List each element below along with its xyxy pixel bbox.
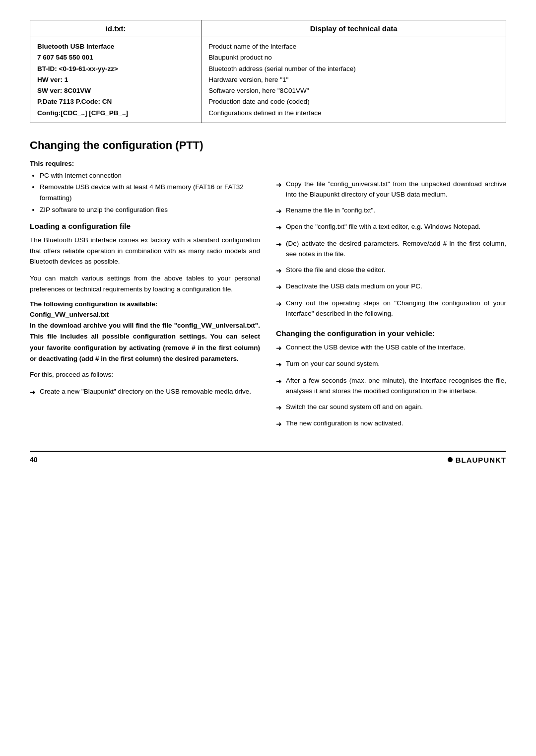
arrow-icon-3: ➜ — [276, 222, 282, 233]
vehicle-arrow-text-0: Connect the USB device with the USB cabl… — [286, 342, 506, 353]
vehicle-arrow-text-4: The new configuration is now activated. — [286, 418, 506, 429]
arrow-text-4: (De) activate the desired parameters. Re… — [286, 238, 506, 260]
arrow-item-7: ➜ Carry out the operating steps on "Chan… — [276, 298, 506, 319]
following-config-label: The following configuration is available… — [30, 300, 260, 308]
display-line-7: Configurations defined in the interface — [208, 109, 321, 117]
arrow-text-2: Rename the file in "config.txt". — [286, 205, 506, 216]
page-number: 40 — [30, 456, 38, 464]
display-line-6: Production date and code (coded) — [208, 98, 309, 105]
table-row: Bluetooth USB Interface 7 607 545 550 00… — [30, 37, 506, 123]
arrow-text-7: Carry out the operating steps on "Changi… — [286, 298, 506, 319]
arrow-item-4: ➜ (De) activate the desired parameters. … — [276, 238, 506, 260]
arrow-text-5: Store the file and close the editor. — [286, 265, 506, 275]
tech-data-table: id.txt: Display of technical data Blueto… — [30, 20, 506, 123]
main-content: Changing the configuration (PTT) This re… — [30, 139, 506, 435]
arrow-icon-5: ➜ — [276, 265, 282, 276]
req-item-3: ZIP software to unzip the configuration … — [40, 205, 260, 215]
display-line-5: Software version, here "8C01VW" — [208, 87, 309, 94]
vehicle-arrow-icon-1: ➜ — [276, 359, 282, 370]
vehicle-arrow-3: ➜ Switch the car sound system off and on… — [276, 402, 506, 413]
id-line-6: P.Date 7113 P.Code: CN — [37, 98, 112, 105]
loading-para2: You can match various settings from the … — [30, 273, 260, 294]
id-line-4: HW ver: 1 — [37, 76, 68, 83]
display-line-3: Bluetooth address (serial number of the … — [208, 65, 355, 72]
vehicle-arrow-icon-2: ➜ — [276, 376, 282, 387]
vehicle-arrow-text-2: After a few seconds (max. one minute), t… — [286, 375, 506, 397]
req-item-2: Removable USB device with at least 4 MB … — [40, 182, 260, 203]
brand-dot — [448, 457, 453, 462]
config-filename-label: Config_VW_universal.txt — [30, 311, 260, 318]
arrow-icon-4: ➜ — [276, 239, 282, 250]
id-line-7: Config:[CDC_..] [CFG_PB_..] — [37, 109, 128, 117]
vehicle-arrow-icon-3: ➜ — [276, 402, 282, 413]
display-line-2: Blaupunkt product no — [208, 54, 272, 61]
arrow-item-1: ➜ Copy the file "config_universal.txt" f… — [276, 179, 506, 200]
brand-name: BLAUPUNKT — [456, 456, 506, 464]
table-col1-header: id.txt: — [30, 20, 201, 37]
arrow-item-0: ➜ Create a new "Blaupunkt" directory on … — [30, 386, 260, 398]
arrow-item-2: ➜ Rename the file in "config.txt". — [276, 205, 506, 216]
this-requires-label: This requires: — [30, 160, 260, 167]
vehicle-title: Changing the configuration in your vehic… — [276, 329, 506, 338]
right-column: ➜ Copy the file "config_universal.txt" f… — [276, 139, 506, 435]
table-id-cell: Bluetooth USB Interface 7 607 545 550 00… — [30, 37, 201, 123]
vehicle-arrow-4: ➜ The new configuration is now activated… — [276, 418, 506, 429]
req-item-1: PC with Internet connection — [40, 170, 260, 181]
vehicle-arrow-0: ➜ Connect the USB device with the USB ca… — [276, 342, 506, 353]
vehicle-arrow-text-3: Switch the car sound system off and on a… — [286, 402, 506, 412]
arrow-text-3: Open the "config.txt" file with a text e… — [286, 221, 506, 232]
section-title: Changing the configuration (PTT) — [30, 139, 260, 152]
vehicle-arrow-icon-4: ➜ — [276, 418, 282, 429]
brand-logo: BLAUPUNKT — [448, 456, 506, 464]
id-line-3: BT-ID: <0-19-61-xx-yy-zz> — [37, 65, 118, 72]
id-line-2: 7 607 545 550 001 — [37, 54, 93, 61]
requirements-list: PC with Internet connection Removable US… — [30, 170, 260, 215]
arrow-text-6: Deactivate the USB data medium on your P… — [286, 281, 506, 292]
vehicle-arrow-text-1: Turn on your car sound system. — [286, 358, 506, 369]
display-line-4: Hardware version, here "1" — [208, 76, 288, 83]
table-display-cell: Product name of the interface Blaupunkt … — [201, 37, 506, 123]
arrow-item-6: ➜ Deactivate the USB data medium on your… — [276, 281, 506, 292]
arrow-text-1: Copy the file "config_universal.txt" fro… — [286, 179, 506, 200]
arrow-icon-2: ➜ — [276, 206, 282, 216]
arrow-text-0: Create a new "Blaupunkt" directory on th… — [40, 386, 260, 397]
proceed-label: For this, proceed as follows: — [30, 369, 260, 380]
left-column: Changing the configuration (PTT) This re… — [30, 139, 260, 435]
arrow-icon-1: ➜ — [276, 179, 282, 190]
bold-block: In the download archive you will find th… — [30, 320, 260, 364]
arrow-icon-7: ➜ — [276, 298, 282, 309]
vehicle-arrow-icon-0: ➜ — [276, 343, 282, 353]
id-line-1: Bluetooth USB Interface — [37, 43, 114, 50]
display-line-1: Product name of the interface — [208, 43, 296, 50]
table-col2-header: Display of technical data — [201, 20, 506, 37]
loading-config-title: Loading a configuration file — [30, 222, 260, 231]
arrow-item-3: ➜ Open the "config.txt" file with a text… — [276, 221, 506, 233]
page-footer: 40 BLAUPUNKT — [30, 451, 506, 464]
arrow-item-5: ➜ Store the file and close the editor. — [276, 265, 506, 276]
arrow-icon-0: ➜ — [30, 387, 36, 398]
id-line-5: SW ver: 8C01VW — [37, 87, 91, 94]
vehicle-arrow-2: ➜ After a few seconds (max. one minute),… — [276, 375, 506, 397]
vehicle-arrow-1: ➜ Turn on your car sound system. — [276, 358, 506, 370]
arrow-icon-6: ➜ — [276, 281, 282, 292]
loading-para1: The Bluetooth USB interface comes ex fac… — [30, 235, 260, 267]
